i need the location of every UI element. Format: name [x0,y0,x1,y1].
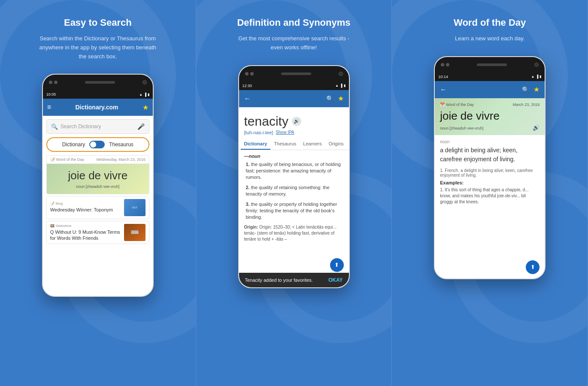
tab-more[interactable]: U [347,139,350,150]
blog-item-1[interactable]: 📝 Blog Wednesday Winner: Toponym dict [46,196,149,219]
phone2-dots [245,72,254,75]
tab-origins[interactable]: Origins [325,139,347,150]
toggle-row-1: Dictionary Thesaurus [46,137,149,152]
search-bar-1[interactable]: 🔍 Search Dictionary 🎤 [46,119,149,134]
sound-icon-3[interactable]: 🔊 [533,124,540,131]
phone1-dots [49,81,58,84]
toggle-switch[interactable] [89,141,105,148]
wotd-date-1: Wednesday, March 23, 2016 [97,157,145,162]
p3-signal-icon: ▐ [536,75,539,78]
phone3-speaker [477,63,507,66]
favorite-icon[interactable]: ★ [142,103,149,112]
panel-word-of-day: Word of the Day Learn a new word each da… [392,0,588,386]
mic-icon[interactable]: 🎤 [137,123,145,130]
panel-easy-to-search: Easy to Search Search within the Diction… [0,0,196,386]
phone3-status-icons: ▲ ▐ ▮ [531,75,542,78]
panel1-title: Easy to Search [64,17,132,28]
p3-dot2 [446,63,449,66]
phone2-status-icons: ▲ ▐ ▮ [335,84,346,87]
slideshow-item[interactable]: 🎞️ Slideshow Q Without U: 9 Must-Know Te… [46,221,149,244]
blog-item-1-title: Wednesday Winner: Toponym [50,207,121,213]
share-fab-3[interactable]: ⬆ [526,260,540,274]
slideshow-text: 🎞️ Slideshow Q Without U: 9 Must-Know Te… [50,224,121,241]
word-main-2: tenacity [244,114,288,129]
panel-definition-synonyms: Definition and Synonyms Get the most com… [196,0,392,386]
wotd-card-1[interactable]: 📝 Word of the Day Wednesday, March 23, 2… [46,155,149,194]
share-fab-2[interactable]: ⬆ [330,258,344,272]
p3-dot1 [441,63,444,66]
phone1-status-icons: ▲ ▐ ▮ [139,93,149,96]
battery-icon: ▮ [148,93,149,96]
phone2-speaker [281,72,311,75]
search-icon-nav-2[interactable]: 🔍 [326,95,333,102]
tab-thesaurus[interactable]: Thesaurus [270,139,300,150]
dict-origin-2: Origin: Origin: 1520–30; < Latin tenācit… [244,224,344,242]
search-icon: 🔍 [51,124,58,130]
phone3-pos: noun [440,139,540,144]
wotd-banner-header-3: 📅 Word of the Day March 23, 2016 [440,103,540,107]
phone3-definition: a delight in being alive; keen, carefree… [440,146,540,164]
sound-icon-2[interactable]: 🔊 [292,117,301,126]
phonetic-2: [tuh-nas-i-tee] [244,130,273,135]
blog-icon-1: 📝 [50,202,55,205]
wifi-icon: ▲ [139,93,142,96]
phone-mockup-1: 10:05 ▲ ▐ ▮ ≡ Dictionary.com ★ 🔍 Search … [42,74,154,297]
word-display-2: tenacity 🔊 [tuh-nas-i-tee] Show IPA [239,107,349,139]
def-num-2: 2. [246,185,251,190]
phone1-camera [142,80,147,84]
phone3-status-bar: 10:14 ▲ ▐ ▮ [435,72,545,81]
blog-item-1-text: 📝 Blog Wednesday Winner: Toponym [50,202,121,213]
p2-wifi-icon: ▲ [335,84,339,87]
dict-pos-2: —noun [244,154,344,159]
wotd-banner-pron-3: noun [zhwaduh vee-vruh] [440,126,483,130]
p2-dot1 [245,72,249,75]
dict-tabs-2: Dictionary Thesaurus Learners Origins U [239,139,349,150]
phone1-app-bar: ≡ Dictionary.com ★ [43,99,153,116]
phone2-time: 12:30 [242,84,252,88]
hamburger-icon[interactable]: ≡ [47,103,51,111]
phone2-camera [339,72,343,76]
phone3-time: 10:14 [438,75,448,79]
panel2-subtitle: Get the most comprehensive search result… [234,34,354,52]
phone1-time: 10:05 [46,92,56,96]
def-num-1: 1. [246,162,251,167]
phone2-nav: ← 🔍 ★ [239,90,349,107]
calendar-icon-3: 📅 [440,103,445,107]
phone-mockup-3: 10:14 ▲ ▐ ▮ ← 🔍 ★ 📅 Word of the Day Marc… [434,56,546,279]
favorite-icon-2[interactable]: ★ [338,94,344,103]
phone-mockup-2: 12:30 ▲ ▐ ▮ ← 🔍 ★ tenacity 🔊 [tuh-nas-i-… [238,65,350,288]
phone3-nav: ← 🔍 ★ [435,81,545,98]
back-arrow-icon-3[interactable]: ← [440,86,447,93]
panel2-title: Definition and Synonyms [237,17,350,28]
wotd-pron-1: noun [zhwaduh vee-vruh] [51,184,145,189]
slideshow-type: 🎞️ Slideshow [50,224,121,228]
tab-dictionary[interactable]: Dictionary [241,139,271,150]
wotd-banner-3: 📅 Word of the Day March 23, 2016 joie de… [435,98,545,135]
dict-def-3: 3. the quality or property of holding to… [244,201,344,221]
dot2 [54,81,58,84]
blog-item-1-thumb: dict [124,199,145,216]
back-arrow-icon-2[interactable]: ← [244,95,251,103]
wotd-banner-label-3: 📅 Word of the Day [440,103,474,107]
tab-learners[interactable]: Learners [300,139,325,150]
search-placeholder-1: Search Dictionary [61,124,137,130]
toggle-label-dictionary[interactable]: Dictionary [62,142,85,148]
slideshow-icon: 🎞️ [50,224,55,228]
phone1-speaker [85,81,115,84]
phone2-top-bar [239,66,349,81]
blog-item-1-type: 📝 Blog [50,202,121,205]
wotd-word-1: joie de vivre [51,169,145,182]
show-ipa[interactable]: Show IPA [276,130,294,135]
slideshow-thumb: ⌨️ [124,224,145,241]
phone2-status-bar: 12:30 ▲ ▐ ▮ [239,81,349,90]
toast-action-2[interactable]: OKAY [328,277,343,283]
panel1-subtitle: Search within the Dictionary or Thesauru… [38,34,158,61]
search-icon-nav-3[interactable]: 🔍 [522,86,529,93]
phone3-examples-title: Examples: [440,180,540,185]
favorite-icon-3[interactable]: ★ [533,85,540,93]
toggle-label-thesaurus[interactable]: Thesaurus [109,142,133,148]
panel3-subtitle: Learn a new word each day. [455,34,524,43]
phone3-example-1: 1. It's this sort of thing that ages a c… [440,187,540,205]
wotd-banner-date-3: March 23, 2016 [513,103,540,107]
phone3-dots [441,63,449,66]
